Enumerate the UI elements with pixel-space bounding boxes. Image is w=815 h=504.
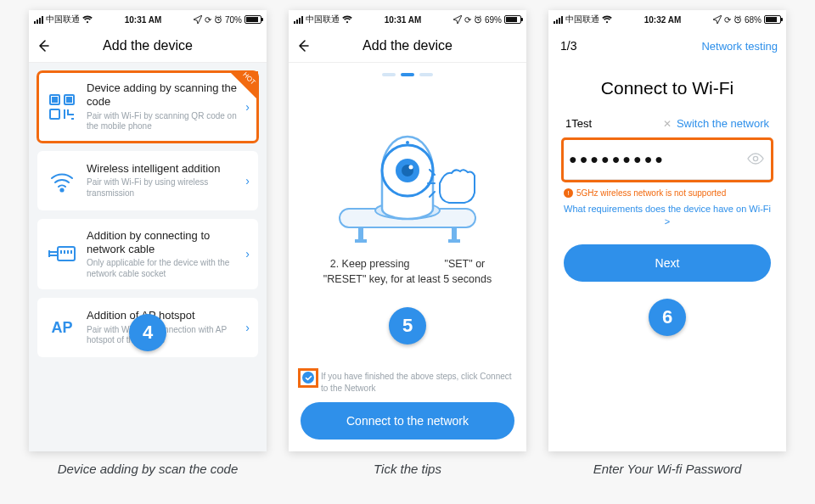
wifi-icon <box>342 15 352 24</box>
instruction-text: 2. Keep pressing "SET" or "RESET" key, f… <box>289 256 526 287</box>
wifi-large-icon <box>48 166 76 195</box>
phone-screen-3: 中国联通 10:32 AM ⟳ 68% 1/3 Networ <box>548 10 786 451</box>
option-subtitle: Pair with Wi-Fi by scanning QR code on t… <box>87 111 248 132</box>
location-icon <box>713 15 722 24</box>
warning-text: 5GHz wireless network is not supported <box>576 188 726 198</box>
close-icon: ✕ <box>663 118 672 130</box>
step-indicator: 1/3 <box>560 29 576 63</box>
page-title: Add the device <box>363 38 452 53</box>
alarm-icon <box>474 15 482 24</box>
wifi-icon <box>602 15 612 24</box>
option-subtitle: Pair with Wi-Fi by using wireless transm… <box>87 177 248 199</box>
step-badge-6: 6 <box>649 299 686 336</box>
back-button[interactable] <box>36 29 51 62</box>
svg-rect-10 <box>358 227 363 239</box>
wifi-icon <box>82 15 93 24</box>
location-icon <box>453 15 462 24</box>
check-icon <box>302 372 314 384</box>
carrier-label: 中国联通 <box>306 14 340 25</box>
option-subtitle: Pair with Wi-Fi by connection with AP ho… <box>87 325 248 346</box>
page-title: Connect to Wi-Fi <box>564 78 771 98</box>
switch-network-link[interactable]: ✕Switch the network <box>663 117 769 130</box>
link-label: Network testing <box>701 40 778 53</box>
option-subtitle: Only applicable for the device with the … <box>87 258 248 279</box>
svg-rect-5 <box>67 98 71 102</box>
chevron-right-icon: › <box>245 100 250 114</box>
signal-icon <box>294 16 303 24</box>
option-title: Addition of AP hotspot <box>87 309 248 322</box>
svg-rect-12 <box>452 227 457 239</box>
lock-rotation-icon: ⟳ <box>205 15 211 25</box>
device-options-list: HOT Device adding by scanning the code P… <box>29 63 267 451</box>
ssid-label: 1Test <box>565 117 592 130</box>
caption-1: Device adding by scan the code <box>29 462 267 476</box>
link-label: What requirements does the device have o… <box>564 204 771 227</box>
button-label: Connect to the network <box>346 414 469 428</box>
option-ethernet[interactable]: Addition by connecting to network cable … <box>37 219 258 290</box>
status-bar: 中国联通 10:32 AM ⟳ 68% <box>548 10 786 29</box>
nav-header: 1/3 Network testing <box>548 29 786 63</box>
location-icon <box>194 15 202 24</box>
lock-rotation-icon: ⟳ <box>464 15 471 25</box>
ap-icon-text: AP <box>51 319 72 337</box>
warning-5ghz: ! 5GHz wireless network is not supported <box>564 188 771 198</box>
signal-icon <box>554 16 563 24</box>
svg-point-6 <box>60 188 63 191</box>
svg-rect-13 <box>448 239 460 243</box>
warning-icon: ! <box>564 188 573 198</box>
confirm-checkbox-highlight <box>301 371 316 385</box>
clock-label: 10:31 AM <box>93 15 194 25</box>
option-title: Wireless intelligent addition <box>87 162 248 176</box>
page-title: Add the device <box>103 38 193 53</box>
battery-percent: 70% <box>225 15 242 25</box>
caption-2: Tick the tips <box>289 462 526 476</box>
option-title: Addition by connecting to network cable <box>87 229 248 257</box>
connect-network-button[interactable]: Connect to the network <box>301 402 514 440</box>
back-arrow-icon <box>295 38 311 53</box>
link-label: Switch the network <box>677 117 769 130</box>
battery-percent: 68% <box>745 15 762 25</box>
clock-label: 10:32 AM <box>612 15 713 25</box>
battery-icon <box>244 15 261 24</box>
back-arrow-icon <box>36 38 51 53</box>
carrier-label: 中国联通 <box>565 14 599 25</box>
svg-rect-11 <box>355 239 367 243</box>
confirm-checkbox-label: If you have finished the above steps, cl… <box>321 371 514 394</box>
wifi-password-input[interactable] <box>564 140 771 180</box>
qr-icon <box>48 92 76 121</box>
password-field-highlight <box>564 140 771 180</box>
network-testing-link[interactable]: Network testing <box>701 29 778 63</box>
ap-icon: AP <box>48 313 76 342</box>
confirm-checkbox-row[interactable]: If you have finished the above steps, cl… <box>289 366 526 402</box>
alarm-icon <box>214 15 222 24</box>
option-scan-qr[interactable]: HOT Device adding by scanning the code P… <box>37 71 258 143</box>
next-button[interactable]: Next <box>564 244 771 282</box>
option-wireless[interactable]: Wireless intelligent addition Pair with … <box>37 151 258 210</box>
nav-header: Add the device <box>289 29 526 63</box>
back-button[interactable] <box>295 29 311 62</box>
chevron-right-icon: › <box>245 321 250 334</box>
step-badge-5: 5 <box>389 307 426 344</box>
instruction-prefix: 2. Keep pressing <box>330 258 410 270</box>
battery-icon <box>504 15 521 24</box>
svg-point-19 <box>406 141 409 144</box>
nav-header: Add the device <box>29 29 267 63</box>
button-label: Next <box>655 256 680 270</box>
caption-row: Device adding by scan the code Tick the … <box>29 462 786 476</box>
status-bar: 中国联通 10:31 AM ⟳ 69% <box>289 10 526 29</box>
clock-label: 10:31 AM <box>352 15 453 25</box>
battery-percent: 69% <box>485 15 502 25</box>
svg-rect-4 <box>53 98 57 102</box>
phone-screen-2: 中国联通 10:31 AM ⟳ 69% Ad <box>289 10 526 451</box>
phone-screen-1: 中国联通 10:31 AM ⟳ 70% <box>29 10 267 451</box>
signal-icon <box>34 16 43 24</box>
wifi-requirements-link[interactable]: What requirements does the device have o… <box>564 203 771 229</box>
chevron-right-icon: › <box>245 247 250 260</box>
alarm-icon <box>734 15 742 24</box>
step-badge-4: 4 <box>129 314 166 351</box>
status-bar: 中国联通 10:31 AM ⟳ 70% <box>29 10 267 29</box>
show-password-icon[interactable] <box>747 153 764 168</box>
page-indicator <box>289 63 526 81</box>
camera-illustration <box>289 81 526 256</box>
svg-point-21 <box>753 156 757 160</box>
